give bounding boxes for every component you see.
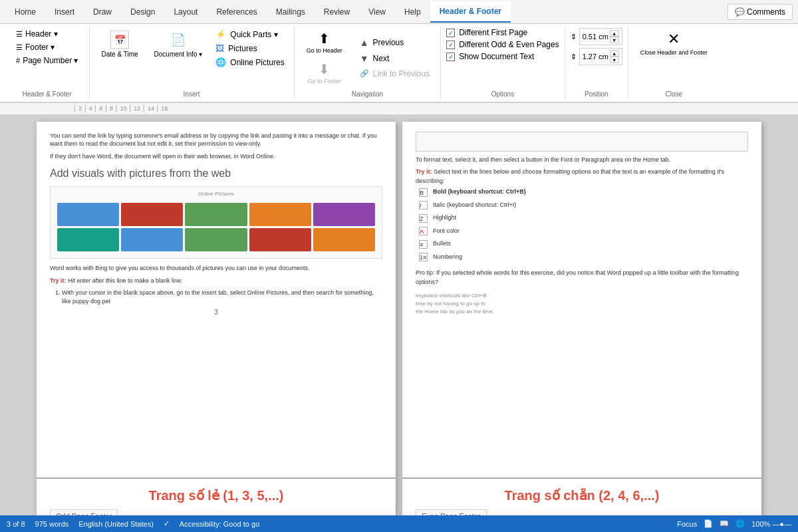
view-read-icon[interactable]: 📖 (720, 519, 729, 528)
left-page-number: 3 (50, 306, 382, 319)
show-doc-text-checkbox[interactable] (446, 53, 455, 61)
header-pos-input[interactable]: 0.51 cm ▲ ▼ (579, 28, 622, 45)
right-instruction: To format text, select it, and then sele… (416, 156, 748, 165)
quick-parts-button[interactable]: ⚡ Quick Parts ▾ (211, 28, 288, 41)
img-cell-10 (313, 228, 375, 251)
close-group: ✕ Close Header and Footer Close (628, 27, 720, 99)
left-page: You can send the link by typing someone'… (37, 122, 396, 528)
tab-home[interactable]: Home (5, 2, 45, 22)
format-bullets: ≡ Bullets (419, 237, 748, 251)
tab-help[interactable]: Help (395, 2, 430, 22)
next-button[interactable]: ▼ Next (354, 51, 435, 66)
ruler: │ 2 │ 4 │ 6 │ 8 │ 10 │ 12 │ 14 │ 16 (0, 103, 798, 115)
tab-draw[interactable]: Draw (84, 2, 121, 22)
header-pos-spinner[interactable]: ▲ ▼ (610, 30, 619, 43)
close-header-footer-button[interactable]: ✕ Close Header and Footer (634, 28, 714, 59)
tab-design[interactable]: Design (121, 2, 164, 22)
hf-buttons: ☰ Header ▾ ☰ Footer ▾ # Page Number ▾ (11, 28, 84, 66)
left-para1: You can send the link by typing someone'… (50, 132, 382, 148)
document-info-button[interactable]: 📄 Document Info ▾ (148, 28, 209, 61)
right-try-it: Try it: Select text in the lines below a… (416, 168, 748, 186)
format-options-list: B Bold (keyboard shortcut: Ctrl+B) I Ita… (416, 186, 748, 263)
view-web-icon[interactable]: 🌐 (735, 519, 745, 528)
show-doc-text-option[interactable]: Show Document Text (446, 52, 559, 61)
right-page: To format text, select it, and then sele… (402, 122, 761, 528)
different-odd-even-checkbox[interactable] (446, 41, 455, 49)
go-to-header-button[interactable]: ⬆ Go to Header (300, 28, 349, 57)
img-cell-2 (121, 203, 183, 226)
header-pos-down[interactable]: ▼ (610, 37, 619, 43)
link-to-previous-button[interactable]: 🔗 Link to Previous (354, 67, 435, 80)
right-pro-tip: Pro tip: If you selected whole words for… (416, 269, 748, 287)
footer-pos-input[interactable]: 1.27 cm ▲ ▼ (579, 48, 622, 65)
pictures-button[interactable]: 🖼 Pictures (211, 42, 288, 55)
left-para2: If they don't have Word, the document wi… (50, 152, 382, 161)
date-time-button[interactable]: 📅 Date & Time (95, 28, 145, 61)
language: English (United States) (78, 520, 154, 528)
focus-label[interactable]: Focus (677, 520, 697, 528)
left-heading: Add visuals with pictures from the web (50, 166, 382, 181)
pictures-icon: 🖼 (215, 43, 224, 53)
go-to-footer-button[interactable]: ⬇ Go to Footer (301, 59, 348, 88)
left-footer-text: Trang số lẻ (1, 3, 5,...) (37, 484, 396, 507)
footer-pos-up[interactable]: ▲ (610, 50, 619, 57)
header-pos-icon: ⇕ (571, 33, 577, 41)
different-first-option[interactable]: Different First Page (446, 28, 559, 37)
go-to-footer-icon: ⬇ (319, 61, 330, 77)
online-pictures-button[interactable]: 🌐 Online Pictures (211, 56, 288, 68)
header-position: ⇕ 0.51 cm ▲ ▼ (571, 28, 622, 45)
tab-view[interactable]: View (359, 2, 395, 22)
page-number-button[interactable]: # Page Number ▾ (11, 55, 84, 66)
ribbon-content-area: ☰ Header ▾ ☰ Footer ▾ # Page Number ▾ He… (0, 24, 798, 102)
footer-position: ⇕ 1.27 cm ▲ ▼ (571, 48, 622, 65)
tab-references[interactable]: References (207, 2, 266, 22)
img-cell-4 (249, 203, 311, 226)
tab-header-footer[interactable]: Header & Footer (430, 1, 511, 23)
close-group-label: Close (634, 88, 714, 98)
img-cell-7 (121, 228, 183, 251)
different-first-checkbox[interactable] (446, 29, 455, 37)
tab-mailings[interactable]: Mailings (267, 2, 315, 22)
footer-pos-down[interactable]: ▼ (610, 57, 619, 63)
status-bar: 3 of 8 975 words English (United States)… (0, 515, 798, 532)
different-odd-even-option[interactable]: Different Odd & Even Pages (446, 40, 559, 49)
document-area: You can send the link by typing someone'… (0, 115, 798, 532)
left-page-content: You can send the link by typing someone'… (50, 132, 382, 306)
prev-next-group: ▲ Previous ▼ Next 🔗 Link to Previous (354, 28, 435, 88)
right-faded1: keyboard shortcuts like Ctrl+B (416, 292, 748, 300)
doc-info-icon: 📄 (169, 31, 188, 49)
comments-button[interactable]: 💬 Comments (728, 4, 793, 20)
view-normal-icon[interactable]: 📄 (704, 519, 713, 528)
format-font-color: A Font color (419, 225, 748, 238)
insert-group-label: Insert (95, 88, 289, 98)
img-cell-1 (57, 203, 119, 226)
left-try-it: Try it: Hit enter after this line to mak… (50, 277, 382, 285)
img-cell-8 (185, 228, 247, 251)
status-right: Focus 📄 📖 🌐 100% —●— (677, 519, 791, 528)
img-cell-6 (57, 228, 119, 251)
right-faded2: time by not having to go up to (416, 300, 748, 308)
next-icon: ▼ (360, 53, 369, 64)
tab-review[interactable]: Review (315, 2, 359, 22)
navigation-group: ⬆ Go to Header ⬇ Go to Footer ▲ Previous (295, 27, 441, 99)
footer-pos-spinner[interactable]: ▲ ▼ (610, 50, 619, 63)
previous-icon: ▲ (360, 37, 369, 48)
tab-insert[interactable]: Insert (45, 2, 84, 22)
position-group-label: Position (571, 88, 622, 98)
insert-group: 📅 Date & Time 📄 Document Info ▾ ⚡ Quick … (90, 27, 295, 99)
header-pos-up[interactable]: ▲ (610, 30, 619, 37)
format-highlight: Z Highlight (419, 211, 748, 225)
hf-group-label: Header & Footer (11, 88, 84, 98)
page-info: 3 of 8 (7, 520, 25, 528)
position-group: ⇕ 0.51 cm ▲ ▼ ⇕ 1.27 cm (565, 27, 628, 99)
close-icon: ✕ (668, 31, 680, 48)
zoom-control[interactable]: 100% —●— (751, 520, 791, 528)
format-bold: B Bold (keyboard shortcut: Ctrl+B) (419, 186, 748, 199)
previous-button[interactable]: ▲ Previous (354, 35, 435, 50)
options-group-label: Options (446, 88, 559, 98)
header-button[interactable]: ☰ Header ▾ (11, 28, 84, 40)
header-footer-group: ☰ Header ▾ ☰ Footer ▾ # Page Number ▾ He… (5, 27, 90, 99)
footer-button[interactable]: ☰ Footer ▾ (11, 41, 84, 53)
tab-layout[interactable]: Layout (164, 2, 207, 22)
image-container: Online Pictures (50, 186, 382, 259)
